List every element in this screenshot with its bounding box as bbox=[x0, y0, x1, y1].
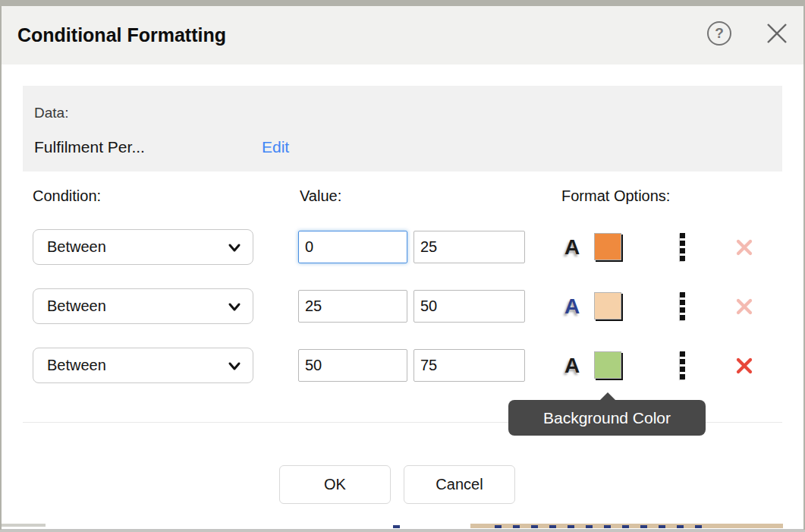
edit-link[interactable]: Edit bbox=[262, 138, 289, 156]
value-from-input[interactable] bbox=[298, 231, 407, 263]
chevron-down-icon bbox=[227, 358, 242, 373]
cancel-button[interactable]: Cancel bbox=[404, 465, 515, 504]
value-to-input[interactable] bbox=[414, 231, 525, 263]
delete-row-icon[interactable] bbox=[734, 356, 754, 376]
conditional-formatting-screen: Conditional Formatting ? Data: Fulfilmen… bbox=[0, 0, 805, 532]
value-from-input[interactable] bbox=[298, 349, 407, 382]
condition-row: Between A bbox=[2, 288, 803, 324]
background-color-button[interactable] bbox=[594, 233, 621, 260]
value-to-input[interactable] bbox=[414, 349, 525, 382]
condition-row: Between A bbox=[2, 348, 803, 383]
condition-column-header: Condition: bbox=[33, 187, 101, 205]
data-label: Data: bbox=[34, 105, 68, 121]
value-from-input[interactable] bbox=[298, 290, 407, 323]
chevron-down-icon bbox=[227, 240, 242, 255]
delete-row-icon[interactable] bbox=[734, 297, 754, 316]
page-behind-fragment bbox=[393, 525, 402, 528]
close-icon[interactable] bbox=[764, 20, 790, 46]
value-column-header: Value: bbox=[300, 187, 341, 205]
value-to-input[interactable] bbox=[414, 290, 525, 323]
page-behind-fragment bbox=[495, 525, 707, 528]
background-color-button[interactable] bbox=[594, 351, 621, 379]
ok-button[interactable]: OK bbox=[279, 465, 391, 504]
delete-row-icon[interactable] bbox=[734, 238, 754, 257]
condition-row: Between A bbox=[2, 229, 803, 265]
window-edge-left bbox=[0, 0, 2, 532]
more-options-icon[interactable] bbox=[680, 233, 685, 261]
condition-select-value: Between bbox=[47, 230, 106, 264]
dialog-header: Conditional Formatting ? bbox=[2, 6, 803, 65]
data-panel: Data: Fulfilment Per... Edit bbox=[23, 86, 782, 172]
condition-select[interactable]: Between bbox=[33, 288, 253, 324]
help-icon[interactable]: ? bbox=[707, 21, 731, 46]
condition-select[interactable]: Between bbox=[33, 229, 253, 265]
page-behind-dialog bbox=[2, 523, 803, 530]
font-color-button[interactable]: A bbox=[560, 348, 584, 383]
condition-select-value: Between bbox=[47, 289, 106, 323]
tooltip-text: Background Color bbox=[543, 409, 671, 427]
window-edge-top bbox=[0, 0, 805, 6]
conditional-formatting-dialog: Conditional Formatting ? Data: Fulfilmen… bbox=[2, 6, 803, 523]
condition-select[interactable]: Between bbox=[33, 348, 253, 383]
condition-select-value: Between bbox=[47, 348, 106, 382]
font-color-button[interactable]: A bbox=[560, 229, 584, 265]
page-behind-fragment bbox=[2, 524, 46, 527]
background-color-tooltip: Background Color bbox=[508, 400, 706, 436]
more-options-icon[interactable] bbox=[680, 292, 685, 320]
dialog-title: Conditional Formatting bbox=[17, 6, 226, 65]
more-options-icon[interactable] bbox=[680, 351, 685, 379]
chevron-down-icon bbox=[227, 299, 242, 314]
background-color-button[interactable] bbox=[594, 292, 621, 320]
format-options-column-header: Format Options: bbox=[561, 187, 670, 205]
font-color-button[interactable]: A bbox=[560, 288, 584, 324]
data-column-name: Fulfilment Per... bbox=[34, 138, 145, 156]
